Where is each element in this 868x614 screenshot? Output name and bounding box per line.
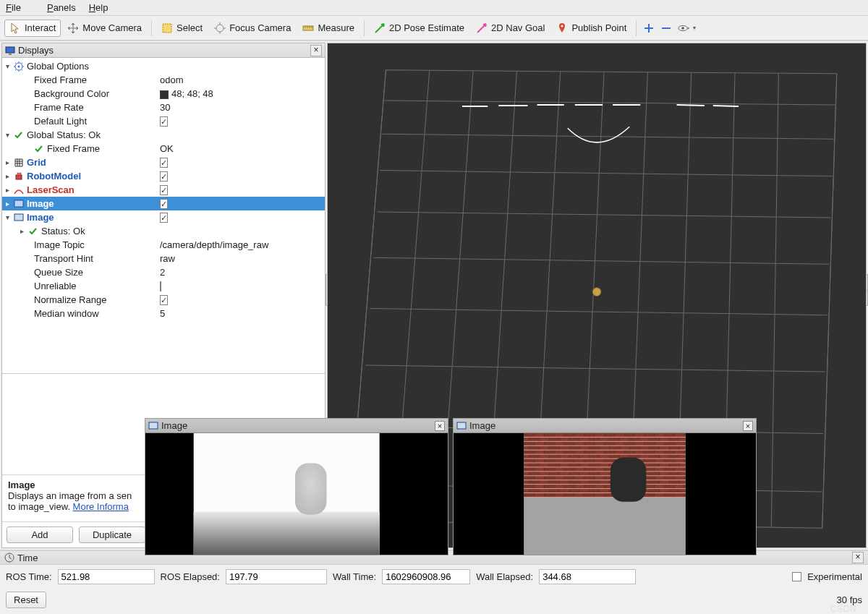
check-icon	[34, 144, 44, 154]
svg-point-11	[17, 172, 20, 174]
tree-image2[interactable]: Image	[27, 212, 54, 223]
prop-median-value[interactable]: 5	[156, 308, 165, 319]
prop-queue-size-value[interactable]: 2	[156, 267, 165, 278]
prop-fixed-frame-value[interactable]: odom	[156, 74, 184, 85]
add-button[interactable]: Add	[7, 526, 73, 543]
chevron-right-icon[interactable]: ▸	[4, 158, 11, 166]
prop-median[interactable]: Median window	[34, 308, 99, 319]
wall-time-label: Wall Time:	[333, 571, 376, 582]
menu-file[interactable]: File	[6, 2, 34, 13]
footer-row: Reset 30 fps CSDN	[0, 589, 868, 614]
svg-point-9	[18, 65, 20, 67]
pin-icon	[556, 22, 568, 34]
chevron-right-icon[interactable]: ▸	[4, 186, 11, 194]
checkbox-image2[interactable]: ✓	[160, 213, 168, 223]
menu-panels[interactable]: Panels	[47, 2, 76, 13]
tool-measure[interactable]: Measure	[297, 20, 359, 37]
svg-rect-15	[14, 214, 23, 221]
svg-rect-42	[610, 458, 646, 502]
tool-focus-camera-label: Focus Camera	[229, 22, 291, 33]
ros-time-value[interactable]	[58, 569, 155, 584]
chevron-right-icon[interactable]: ▸	[4, 172, 11, 180]
reset-button[interactable]: Reset	[6, 592, 46, 608]
image-dock-depth[interactable]: Image ×	[145, 418, 448, 555]
tool-select[interactable]: Select	[156, 20, 208, 37]
prop-transport-hint-value[interactable]: raw	[156, 253, 175, 264]
checkbox-normalize[interactable]: ✓	[160, 295, 168, 305]
tree-grid[interactable]: Grid	[27, 157, 46, 168]
prop-queue-size[interactable]: Queue Size	[34, 267, 83, 278]
close-icon[interactable]: ×	[435, 421, 445, 431]
tool-interact-label: Interact	[25, 22, 56, 33]
tree-global-options[interactable]: Global Options	[27, 61, 89, 72]
prop-status-fixed-frame-value: OK	[156, 143, 174, 154]
check-icon	[14, 130, 24, 140]
robot-icon	[14, 171, 24, 182]
chevron-down-icon[interactable]: ▾	[4, 131, 11, 139]
checkbox-robotmodel[interactable]: ✓	[160, 171, 168, 182]
tool-publish-point[interactable]: Publish Point	[551, 20, 631, 37]
checkbox-unreliable[interactable]	[160, 281, 161, 291]
displays-panel-header[interactable]: Displays ×	[2, 43, 325, 58]
tool-move-camera[interactable]: Move Camera	[62, 20, 147, 37]
checkbox-experimental[interactable]	[792, 572, 801, 581]
prop-image-topic[interactable]: Image Topic	[34, 239, 85, 250]
prop-image-topic-value[interactable]: /camera/depth/image_raw	[156, 239, 268, 250]
prop-fixed-frame[interactable]: Fixed Frame	[34, 74, 87, 85]
svg-point-12	[20, 172, 22, 174]
svg-rect-6	[6, 47, 14, 53]
ros-elapsed-value[interactable]	[226, 569, 327, 584]
chevron-down-icon[interactable]: ▾	[4, 62, 11, 70]
image-dock-rgb-body	[454, 433, 756, 555]
move-icon	[67, 22, 79, 34]
tree-image-selected[interactable]: ▸ Image ✓	[2, 197, 325, 210]
svg-point-23	[592, 287, 601, 296]
chevron-right-icon[interactable]: ▸	[18, 227, 25, 235]
prop-unreliable[interactable]: Unreliable	[34, 281, 77, 291]
tool-2d-pose[interactable]: 2D Pose Estimate	[369, 20, 469, 37]
tree-global-status[interactable]: Global Status: Ok	[27, 129, 101, 140]
check-icon	[28, 226, 38, 236]
checkbox-image-sel[interactable]: ✓	[160, 199, 168, 209]
tool-eye-dropdown[interactable]: ▾	[676, 20, 698, 37]
prop-frame-rate[interactable]: Frame Rate	[34, 102, 84, 113]
wall-time-value[interactable]	[382, 569, 470, 584]
svg-rect-29	[457, 422, 466, 429]
wall-elapsed-value[interactable]	[539, 569, 636, 584]
prop-transport-hint[interactable]: Transport Hint	[34, 253, 93, 264]
image-dock-rgb[interactable]: Image ×	[453, 418, 757, 555]
prop-status-fixed-frame[interactable]: Fixed Frame	[47, 143, 100, 154]
menu-help[interactable]: Help	[89, 2, 109, 13]
prop-default-light[interactable]: Default Light	[34, 116, 87, 127]
description-title: Image	[8, 479, 35, 490]
description-line1: Displays an image from a sen	[8, 490, 132, 501]
arrow-green-icon	[374, 22, 386, 34]
tool-2d-nav[interactable]: 2D Nav Goal	[471, 20, 550, 37]
prop-frame-rate-value[interactable]: 30	[156, 102, 170, 113]
chevron-down-icon[interactable]: ▾	[4, 213, 11, 221]
close-icon[interactable]: ×	[310, 45, 322, 56]
tree-laserscan[interactable]: LaserScan	[27, 184, 75, 195]
more-info-link[interactable]: More Informa	[73, 501, 129, 512]
tool-interact[interactable]: Interact	[4, 20, 61, 37]
checkbox-default-light[interactable]: ✓	[160, 116, 168, 127]
tool-measure-label: Measure	[318, 22, 354, 33]
menubar: File Panels Help	[0, 0, 868, 16]
prop-normalize[interactable]: Normalize Range	[34, 294, 106, 305]
prop-bg-color[interactable]: Background Color	[34, 88, 109, 99]
checkbox-laserscan[interactable]: ✓	[160, 185, 168, 195]
tree-image2-status[interactable]: Status: Ok	[41, 226, 85, 236]
svg-point-5	[682, 27, 685, 30]
tool-focus-camera[interactable]: Focus Camera	[209, 20, 296, 37]
duplicate-button[interactable]: Duplicate	[79, 526, 145, 543]
checkbox-grid[interactable]: ✓	[160, 158, 168, 168]
prop-bg-color-value[interactable]: 48; 48; 48	[156, 88, 213, 99]
close-icon[interactable]: ×	[852, 552, 864, 563]
tree-robotmodel[interactable]: RobotModel	[27, 171, 81, 182]
displays-tree[interactable]: ▾ Global Options Fixed Frameodom Backgro…	[2, 58, 325, 373]
tool-plus[interactable]	[641, 20, 657, 37]
tool-minus[interactable]	[658, 20, 674, 37]
close-icon[interactable]: ×	[743, 421, 753, 431]
image-dock-rgb-title: Image	[469, 420, 743, 431]
chevron-right-icon[interactable]: ▸	[4, 200, 11, 208]
